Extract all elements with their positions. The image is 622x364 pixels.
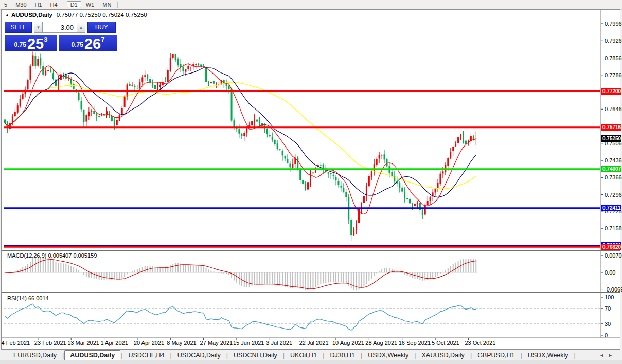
sell-button[interactable]: SELL	[5, 22, 32, 33]
chart-tabs-bar: EURUSD,Daily|AUDUSD,Daily|USDCHF,H4|USDC…	[0, 350, 622, 360]
mt4-window: 5M30H1H4D1W1MN 0.799600.792600.785600.77…	[0, 0, 622, 364]
volume-input[interactable]	[43, 22, 77, 33]
volume-decrease-button[interactable]: ▼	[34, 22, 43, 33]
tab-separator: |	[574, 352, 576, 359]
chart-tab-audusd-1[interactable]: AUDUSD,Daily	[64, 350, 120, 360]
window-bottom-strip	[0, 360, 622, 364]
buy-button[interactable]: BUY	[87, 22, 116, 33]
chart-tab-gbpusd-9[interactable]: GBPUSD,H1	[472, 351, 520, 360]
tab-scroll-left-icon[interactable]: ◄	[599, 353, 608, 358]
buy-price-big: 26	[84, 37, 101, 50]
sell-price-sup: 3	[44, 35, 47, 43]
chart-tab-eurusd-0[interactable]: EURUSD,Daily	[8, 351, 62, 360]
chart-tab-xauusd-8[interactable]: XAUUSD,Daily	[417, 351, 470, 360]
price-chart-canvas[interactable]	[0, 0, 622, 364]
spin-down-icon: ▼	[37, 25, 41, 30]
chart-tab-usdchf-2[interactable]: USDCHF,H4	[123, 351, 169, 360]
chart-title: ▲AUDUSD,Daily0.75077 0.75250 0.75024 0.7…	[5, 12, 147, 18]
volume-increase-button[interactable]: ▲	[77, 22, 85, 33]
collapse-arrow-icon[interactable]: ▲	[5, 13, 9, 17]
sell-price[interactable]: 0.75253	[5, 35, 57, 51]
chart-tab-usdcad-3[interactable]: USDCAD,Daily	[172, 351, 226, 360]
chart-tab-ukoil-5[interactable]: UKOil,H1	[285, 351, 322, 360]
buy-price-prefix: 0.75	[72, 41, 83, 48]
chart-tab-dj30-6[interactable]: DJ30,H1	[325, 351, 360, 360]
chart-ohlc-values: 0.75077 0.75250 0.75024 0.75250	[57, 12, 147, 18]
spin-up-icon: ▲	[79, 25, 83, 30]
sell-price-prefix: 0.75	[14, 41, 26, 48]
buy-price-sup: 7	[101, 35, 104, 43]
chart-tab-usdx-10[interactable]: USDX,Weekly	[523, 351, 574, 360]
chart-tab-usdx-7[interactable]: USDX,Weekly	[363, 351, 414, 360]
tab-scroll-right-icon[interactable]: ►	[608, 353, 617, 358]
buy-price[interactable]: 0.75267	[59, 35, 117, 51]
chart-tab-usdcnh-4[interactable]: USDCNH,Daily	[228, 351, 282, 360]
chart-symbol-label: AUDUSD,Daily	[11, 12, 52, 18]
one-click-trading-panel: SELL ▼ ▲ BUY 0.75253 0.75267	[5, 22, 118, 51]
sell-price-big: 25	[27, 37, 44, 50]
